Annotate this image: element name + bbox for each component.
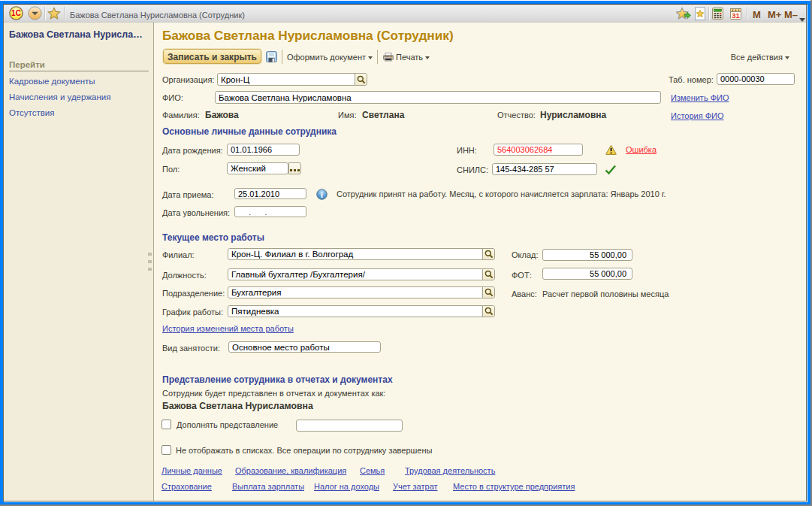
svg-text:31: 31 — [732, 11, 740, 20]
svg-text:i: i — [321, 191, 323, 199]
svg-text:1С: 1С — [11, 9, 21, 17]
